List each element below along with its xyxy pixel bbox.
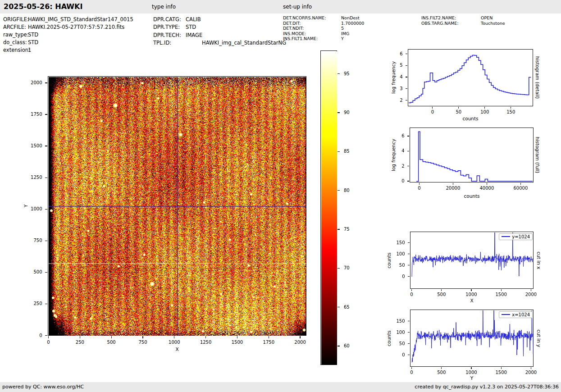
legend-label: y=1024 (512, 234, 530, 239)
meta-value: 1 (28, 47, 31, 53)
footer-right-text: created by qc_rawdisp.py v1.2.3 on 2025-… (415, 382, 559, 392)
tick-label: 1000 (169, 340, 180, 345)
tick-label: 150 (386, 319, 405, 324)
meta-value: CALIB (186, 16, 201, 23)
legend-label: x=1024 (512, 312, 530, 317)
axis-tick-mark (338, 268, 340, 269)
axis-tick-mark (300, 336, 300, 338)
axis-tick-mark (471, 289, 471, 291)
axis-tick-mark (408, 242, 410, 243)
axis-tick-mark (453, 183, 453, 185)
axis-tick-mark (48, 336, 49, 338)
axis-tick-mark (111, 336, 112, 338)
axis-tick-mark (441, 367, 442, 369)
colorbar-canvas (321, 51, 337, 365)
histogram-full-canvas (410, 128, 534, 182)
axis-tick-mark (407, 136, 409, 136)
setup-info-heading: set-up info (283, 0, 312, 14)
meta-label: ORIGFILE: (3, 16, 29, 23)
axis-tick-mark (471, 367, 471, 369)
tick-label: 0 (386, 274, 405, 279)
tick-label: 6 (384, 51, 403, 56)
axis-tick-mark (338, 112, 340, 113)
axis-tick-mark (487, 183, 487, 185)
tick-label: 0 (47, 340, 50, 345)
meta-value: IMG (341, 31, 349, 36)
meta-label: extension: (3, 47, 30, 53)
axis-tick-mark (45, 241, 47, 241)
meta-value: Y (341, 36, 344, 41)
tick-label: 2000 (525, 292, 537, 297)
histogram-full-x-label: counts (464, 193, 479, 199)
axis-tick-mark (45, 335, 47, 336)
axis-tick-mark (408, 355, 410, 355)
tick-label: 1000 (465, 370, 477, 375)
header-bar: 2025-05-26: HAWKI type info set-up info (0, 0, 561, 14)
axis-tick-mark (237, 336, 237, 338)
footer-bar: powered by QC: www.eso.org/HC created by… (0, 382, 561, 392)
meta-value: HAWKI_img_cal_StandardStarNG (202, 40, 286, 46)
tick-label: 50 (386, 341, 405, 346)
axis-tick-mark (406, 88, 407, 89)
meta-label: INS.MODE: (283, 31, 306, 36)
meta-value: NonDest (341, 15, 360, 20)
tick-label: 0 (386, 352, 405, 357)
meta-label: INS.FILT1.NAME: (283, 36, 318, 41)
tick-label: 50 (456, 109, 461, 114)
axis-tick-mark (338, 190, 340, 191)
tick-label: 60 (344, 343, 350, 348)
axis-tick-mark (419, 183, 420, 185)
meta-value: STD (186, 24, 196, 30)
axis-tick-mark (408, 343, 410, 344)
tick-label: 500 (437, 292, 446, 297)
axis-tick-mark (45, 272, 47, 273)
tick-label: 100 (386, 251, 405, 256)
footer-left-text: powered by QC: www.eso.org/HC (2, 382, 84, 392)
axis-tick-mark (142, 336, 143, 338)
tick-label: 100 (386, 330, 405, 335)
meta-label: DET.NDIT: (283, 26, 304, 31)
axis-tick-mark (45, 178, 47, 178)
axis-tick-mark (520, 183, 521, 185)
axis-tick-mark (408, 254, 410, 254)
page-title: 2025-05-26: HAWKI (4, 0, 82, 14)
main-x-axis-label: X (175, 346, 178, 352)
tick-label: 150 (506, 109, 515, 114)
tick-label: 750 (23, 238, 42, 243)
axis-tick-mark (338, 151, 340, 152)
axis-tick-mark (408, 332, 410, 333)
axis-tick-mark (45, 209, 47, 210)
tick-label: 5 (384, 63, 403, 68)
tick-label: 1500 (232, 340, 243, 345)
axis-tick-mark (174, 336, 174, 338)
tick-label: 150 (386, 240, 405, 245)
meta-label: TPL.ID: (153, 40, 171, 46)
tick-label: 1500 (495, 370, 506, 375)
main-image-canvas (49, 77, 306, 336)
tick-label: 6 (386, 133, 405, 138)
axis-tick-mark (269, 336, 269, 338)
cut-in-y-legend: x=1024 (499, 311, 533, 318)
legend-line-icon (502, 314, 510, 315)
meta-value: Touchstone (481, 21, 505, 26)
tick-label: 2 (386, 164, 405, 169)
meta-label: DPR.CATG: (153, 16, 181, 23)
meta-label: DET.DIT: (283, 21, 301, 26)
meta-value: IMAGE (186, 32, 202, 38)
axis-tick-mark (501, 367, 502, 369)
axis-tick-mark (408, 265, 410, 265)
axis-tick-mark (484, 107, 485, 109)
tick-label: 20000 (446, 186, 460, 191)
axis-tick-mark (45, 82, 47, 83)
axis-tick-mark (45, 146, 47, 146)
tick-label: 500 (437, 370, 446, 375)
axis-tick-mark (80, 336, 80, 338)
tick-label: 1750 (23, 112, 42, 117)
axis-tick-mark (406, 65, 407, 66)
axis-tick-mark (501, 289, 502, 291)
tick-label: 95 (344, 71, 350, 76)
tick-label: 2000 (23, 80, 42, 85)
meta-label: do_class: (3, 39, 27, 46)
cut-in-x-x-label: X (470, 298, 473, 303)
tick-label: 250 (23, 301, 42, 306)
